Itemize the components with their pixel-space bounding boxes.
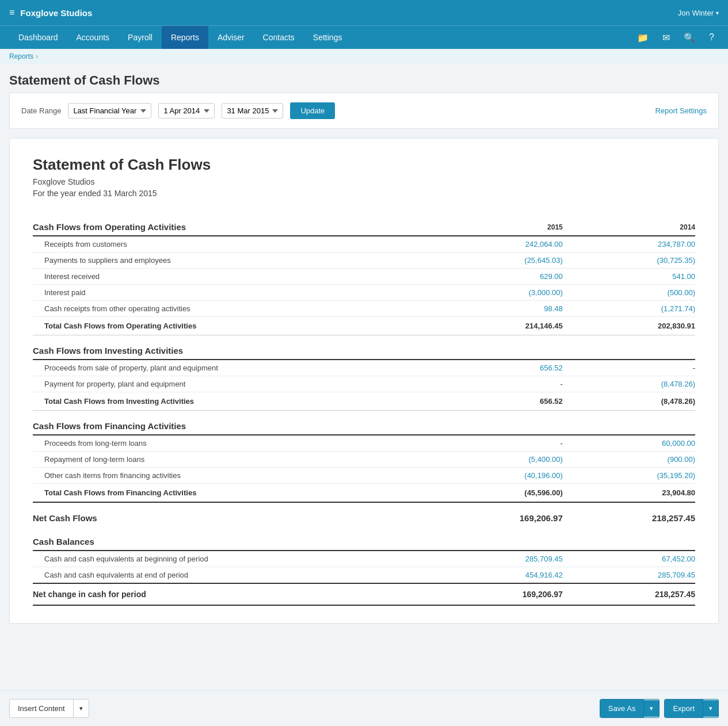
user-dropdown-arrow: ▾	[716, 10, 719, 16]
table-row: Proceeds from long-term loans - 60,000.0…	[33, 435, 695, 452]
total-v2: 23,904.80	[563, 484, 695, 503]
total-label: Total Cash Flows from Financing Activiti…	[33, 484, 430, 503]
date-range-label: Date Range	[21, 106, 61, 115]
section-operating-header: Cash Flows from Operating Activities 201…	[33, 212, 695, 236]
row-value-2015: -	[430, 435, 563, 452]
section-balances-title: Cash Balances	[33, 526, 430, 551]
page-header: Statement of Cash Flows	[0, 64, 728, 93]
help-icon[interactable]: ?	[704, 28, 719, 47]
mail-icon[interactable]: ✉	[658, 28, 674, 48]
report-area: Statement of Cash Flows Foxglove Studios…	[9, 138, 719, 624]
total-label: Total Cash Flows from Investing Activiti…	[33, 392, 430, 411]
row-value-2014: -	[563, 360, 695, 376]
app-branding: ≡ Foxglove Studios	[9, 7, 92, 18]
nav-item-reports[interactable]: Reports	[162, 26, 208, 49]
total-operating-row: Total Cash Flows from Operating Activiti…	[33, 317, 695, 335]
filters-bar: Date Range Last Financial Year This Fina…	[9, 93, 719, 129]
row-label: Proceeds from sale of property, plant an…	[33, 360, 430, 376]
row-value-2015: (25,645.03)	[430, 253, 563, 269]
nav-bar: Dashboard Accounts Payroll Reports Advis…	[0, 25, 728, 49]
section-operating-title: Cash Flows from Operating Activities	[33, 212, 430, 236]
row-label: Cash receipts from other operating activ…	[33, 301, 430, 317]
user-name: Jon Winter	[678, 9, 714, 17]
table-row: Payments to suppliers and employees (25,…	[33, 253, 695, 269]
row-value-2014: (35,195.20)	[563, 468, 695, 484]
row-label: Repayment of long-term loans	[33, 452, 430, 468]
nav-icons: 📁 ✉ 🔍 ?	[632, 28, 719, 48]
nav-item-payroll[interactable]: Payroll	[119, 26, 162, 49]
row-label: Cash and cash equivalents at end of peri…	[33, 567, 430, 584]
date-from-select[interactable]: 1 Apr 2014	[158, 103, 215, 119]
date-range-select[interactable]: Last Financial Year This Financial Year …	[68, 103, 151, 119]
financing-year2	[563, 411, 695, 435]
hamburger-icon[interactable]: ≡	[9, 7, 14, 18]
row-value-2014: 541.00	[563, 269, 695, 285]
update-button[interactable]: Update	[290, 102, 335, 119]
year1-header: 2015	[430, 212, 563, 236]
report-settings-link[interactable]: Report Settings	[655, 106, 707, 115]
total-v2: 202,830.91	[563, 317, 695, 335]
row-label: Payment for property, plant and equipmen…	[33, 376, 430, 392]
row-value-2015: 242,064.00	[430, 236, 563, 253]
section-balances-header: Cash Balances	[33, 526, 695, 551]
net-cash-label: Net Cash Flows	[33, 502, 430, 526]
table-row: Interest paid (3,000.00) (500.00)	[33, 285, 695, 301]
table-row: Interest received 629.00 541.00	[33, 269, 695, 285]
row-label: Receipts from customers	[33, 236, 430, 253]
user-menu[interactable]: Jon Winter ▾	[678, 9, 719, 17]
balances-year1	[430, 526, 563, 551]
row-label: Interest received	[33, 269, 430, 285]
net-cash-v1: 169,206.97	[430, 502, 563, 526]
total-label: Total Cash Flows from Operating Activiti…	[33, 317, 430, 335]
nav-item-contacts[interactable]: Contacts	[254, 26, 304, 49]
row-value-2014: 234,787.00	[563, 236, 695, 253]
row-label: Other cash items from financing activiti…	[33, 468, 430, 484]
row-value-2015: 454,916.42	[430, 567, 563, 584]
row-value-2014: (8,478.26)	[563, 376, 695, 392]
row-label: Payments to suppliers and employees	[33, 253, 430, 269]
folder-icon[interactable]: 📁	[632, 28, 653, 48]
nav-item-accounts[interactable]: Accounts	[67, 26, 119, 49]
row-value-2014: (900.00)	[563, 452, 695, 468]
nav-links: Dashboard Accounts Payroll Reports Advis…	[9, 26, 351, 49]
balances-year2	[563, 526, 695, 551]
row-value-2015: (5,400.00)	[430, 452, 563, 468]
table-row: Receipts from customers 242,064.00 234,7…	[33, 236, 695, 253]
net-change-label: Net change in cash for period	[33, 583, 430, 605]
row-label: Interest paid	[33, 285, 430, 301]
investing-year1	[430, 335, 563, 360]
date-to-select[interactable]: 31 Mar 2015	[222, 103, 283, 119]
total-v1: (45,596.00)	[430, 484, 563, 503]
total-financing-row: Total Cash Flows from Financing Activiti…	[33, 484, 695, 503]
section-investing-title: Cash Flows from Investing Activities	[33, 335, 430, 360]
net-change-v2: 218,257.45	[563, 583, 695, 605]
nav-item-adviser[interactable]: Adviser	[208, 26, 254, 49]
breadcrumb-separator: ›	[36, 52, 38, 60]
search-icon[interactable]: 🔍	[679, 28, 700, 48]
row-value-2015: -	[430, 376, 563, 392]
row-label: Cash and cash equivalents at beginning o…	[33, 551, 430, 567]
table-row: Cash and cash equivalents at end of peri…	[33, 567, 695, 584]
row-label: Proceeds from long-term loans	[33, 435, 430, 452]
total-investing-row: Total Cash Flows from Investing Activiti…	[33, 392, 695, 411]
row-value-2015: 98.48	[430, 301, 563, 317]
nav-item-dashboard[interactable]: Dashboard	[9, 26, 67, 49]
table-row: Proceeds from sale of property, plant an…	[33, 360, 695, 376]
nav-item-settings[interactable]: Settings	[304, 26, 352, 49]
report-period: For the year ended 31 March 2015	[33, 189, 695, 198]
section-financing-header: Cash Flows from Financing Activities	[33, 411, 695, 435]
year2-header: 2014	[563, 212, 695, 236]
page-title: Statement of Cash Flows	[9, 73, 719, 88]
top-bar: ≡ Foxglove Studios Jon Winter ▾	[0, 0, 728, 25]
row-value-2014: 285,709.45	[563, 567, 695, 584]
report-table: Cash Flows from Operating Activities 201…	[33, 212, 695, 606]
net-cash-v2: 218,257.45	[563, 502, 695, 526]
net-cash-row: Net Cash Flows 169,206.97 218,257.45	[33, 502, 695, 526]
row-value-2015: 629.00	[430, 269, 563, 285]
breadcrumb: Reports ›	[0, 49, 728, 64]
section-investing-header: Cash Flows from Investing Activities	[33, 335, 695, 360]
breadcrumb-reports-link[interactable]: Reports	[9, 52, 33, 60]
total-v1: 656.52	[430, 392, 563, 411]
financing-year1	[430, 411, 563, 435]
row-value-2015: (3,000.00)	[430, 285, 563, 301]
